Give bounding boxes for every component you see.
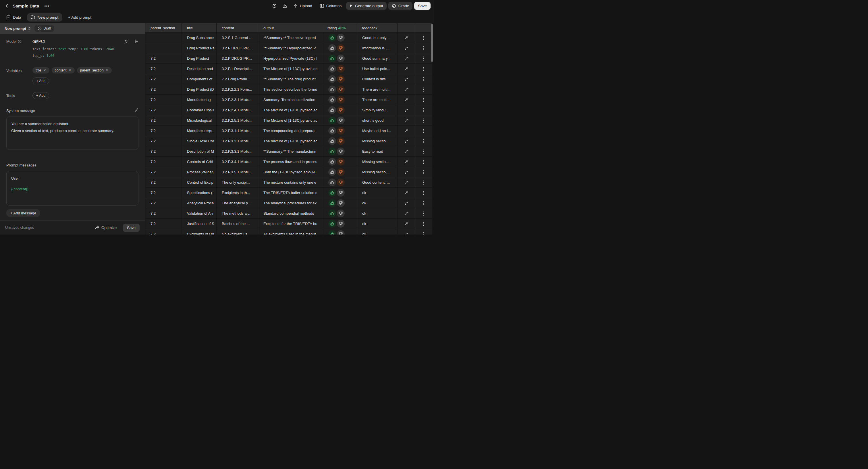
cell-content[interactable]: Batches of the ...: [217, 219, 258, 229]
cell-output[interactable]: **Summary:** The drug product: [258, 74, 322, 84]
cell-feedback[interactable]: Maybe add an i...: [357, 126, 397, 136]
cell-parent-section[interactable]: 7.2: [145, 167, 182, 177]
expand-row-button[interactable]: [404, 232, 408, 235]
cell-parent-section[interactable]: 7.2: [145, 85, 182, 94]
cell-title[interactable]: Manufacturing: [182, 95, 216, 105]
cell-title[interactable]: Validation of An: [182, 208, 216, 219]
cell-title[interactable]: Components of: [182, 74, 216, 84]
cell-feedback[interactable]: Easy to read: [357, 146, 397, 157]
thumbs-up-button[interactable]: [328, 230, 336, 234]
row-menu-button[interactable]: [423, 77, 424, 81]
cell-feedback[interactable]: short is good: [357, 115, 397, 126]
cell-feedback[interactable]: There are multi...: [357, 85, 397, 94]
cell-content[interactable]: 3.2.P.2.3.1 Mixtu...: [217, 95, 258, 105]
cell-output[interactable]: Both the [1-13C]pyruvic acid/AH: [258, 167, 322, 177]
history-button[interactable]: [270, 2, 279, 10]
row-menu-button[interactable]: [423, 139, 424, 143]
thumbs-up-button[interactable]: [328, 158, 336, 166]
row-menu-button[interactable]: [423, 149, 424, 154]
add-tool-button[interactable]: + Add: [32, 92, 49, 99]
user-message-card[interactable]: User {{content}}: [6, 171, 138, 205]
expand-row-button[interactable]: [404, 191, 408, 195]
cell-parent-section[interactable]: 7.2: [145, 105, 182, 115]
cell-feedback[interactable]: Good content, ...: [357, 177, 397, 188]
cell-parent-section[interactable]: 7.2: [145, 198, 182, 208]
cell-parent-section[interactable]: [145, 33, 182, 43]
cell-output[interactable]: The Mixture of [1-13C]pyruvic ac: [258, 64, 322, 74]
row-menu-button[interactable]: [423, 160, 424, 164]
expand-row-button[interactable]: [404, 170, 408, 174]
expand-row-button[interactable]: [404, 149, 408, 154]
row-menu-button[interactable]: [423, 108, 424, 112]
add-prompt-button[interactable]: + Add prompt: [65, 13, 94, 22]
row-menu-button[interactable]: [423, 87, 424, 92]
column-header-output[interactable]: output: [258, 23, 322, 32]
back-button[interactable]: [3, 2, 10, 9]
model-name[interactable]: gpt-4.1: [32, 39, 45, 43]
thumbs-up-button[interactable]: [328, 199, 336, 207]
cell-title[interactable]: Drug Product (D: [182, 85, 216, 94]
cell-content[interactable]: 3.2.P DRUG PR...: [217, 54, 258, 63]
row-menu-button[interactable]: [423, 211, 424, 216]
row-menu-button[interactable]: [423, 170, 424, 174]
cell-output[interactable]: **Summary:** Hyperpolarized P: [258, 43, 322, 53]
download-button[interactable]: [280, 2, 289, 10]
cell-title[interactable]: Drug Product Pa: [182, 43, 216, 53]
cell-output[interactable]: The mixture of [1-13C]pyruvic ac: [258, 136, 322, 146]
cell-content[interactable]: 3.2.P.1 Descripti...: [217, 64, 258, 74]
thumbs-down-button[interactable]: [337, 34, 345, 42]
expand-row-button[interactable]: [404, 98, 408, 102]
thumbs-down-button[interactable]: [337, 116, 345, 124]
cell-content[interactable]: No excipient used ir: [217, 229, 258, 234]
cell-feedback[interactable]: Missing sectio...: [357, 157, 397, 167]
cell-feedback[interactable]: Missing sectio...: [357, 136, 397, 146]
cell-content[interactable]: 3.2.P.3.2.1 Mixtu...: [217, 136, 258, 146]
thumbs-up-button[interactable]: [328, 86, 336, 93]
cell-content[interactable]: The methods are st: [217, 208, 258, 219]
expand-row-button[interactable]: [404, 160, 408, 164]
thumbs-down-button[interactable]: [337, 65, 345, 73]
thumbs-down-button[interactable]: [337, 75, 345, 83]
thumbs-up-button[interactable]: [328, 127, 336, 135]
cell-content[interactable]: The only excipi...: [217, 177, 258, 188]
optimize-button[interactable]: Optimize: [95, 226, 117, 230]
thumbs-up-button[interactable]: [328, 168, 336, 176]
thumbs-up-button[interactable]: [328, 75, 336, 83]
cell-parent-section[interactable]: 7.2: [145, 95, 182, 105]
expand-row-button[interactable]: [404, 180, 408, 185]
cell-feedback[interactable]: Good summary...: [357, 54, 397, 63]
cell-title[interactable]: Description and: [182, 64, 216, 74]
column-header-empty[interactable]: [415, 23, 432, 32]
grade-button[interactable]: Grade: [388, 2, 413, 10]
column-header-parent_section[interactable]: parent_section: [145, 23, 182, 32]
thumbs-down-button[interactable]: [337, 86, 345, 93]
row-menu-button[interactable]: [423, 67, 424, 71]
cell-output[interactable]: The analytical procedures for ex: [258, 198, 322, 208]
row-menu-button[interactable]: [423, 180, 424, 185]
cell-feedback[interactable]: There are multi...: [357, 95, 397, 105]
thumbs-down-button[interactable]: [337, 199, 345, 207]
cell-content[interactable]: 3.2.S.1 General I...: [217, 33, 258, 43]
thumbs-up-button[interactable]: [328, 106, 336, 114]
cell-feedback[interactable]: Context is diffi...: [357, 74, 397, 84]
columns-button[interactable]: Columns: [317, 2, 344, 9]
remove-variable-icon[interactable]: ✕: [69, 68, 71, 72]
row-menu-button[interactable]: [423, 232, 424, 235]
cell-title[interactable]: Drug Product: [182, 54, 216, 63]
upload-button[interactable]: Upload: [291, 2, 315, 9]
cell-output[interactable]: **Summary:** The manufacturin: [258, 146, 322, 157]
thumbs-up-button[interactable]: [328, 147, 336, 155]
cell-content[interactable]: 3.2.P.3.5.1 Mixtu...: [217, 167, 258, 177]
cell-title[interactable]: Process Validati: [182, 167, 216, 177]
cell-title[interactable]: Microbiological: [182, 115, 216, 126]
tab-new-prompt[interactable]: New prompt: [27, 13, 63, 22]
cell-title[interactable]: Container Closu: [182, 105, 216, 115]
cell-title[interactable]: Description of M: [182, 146, 216, 157]
cell-content[interactable]: 3.2.P.3.4.1 Mixtu...: [217, 157, 258, 167]
thumbs-up-button[interactable]: [328, 220, 336, 228]
expand-row-button[interactable]: [404, 129, 408, 133]
cell-title[interactable]: Controls of Criti: [182, 157, 216, 167]
save-button[interactable]: Save: [414, 2, 431, 10]
cell-feedback[interactable]: Use bullet-poin...: [357, 64, 397, 74]
expand-row-button[interactable]: [404, 139, 408, 143]
